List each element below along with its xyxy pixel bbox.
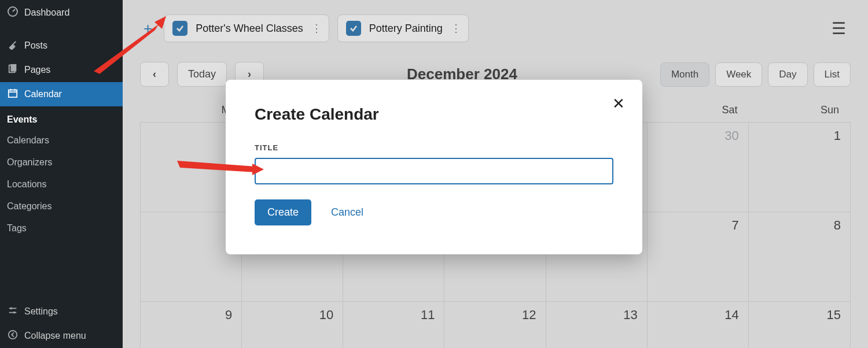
sidebar-label: Dashboard — [24, 8, 69, 18]
sidebar-item-collapse[interactable]: Collapse menu — [0, 324, 123, 348]
svg-point-11 — [9, 331, 17, 339]
field-label: TITLE — [255, 143, 613, 152]
close-icon[interactable]: ✕ — [612, 95, 625, 113]
svg-point-10 — [13, 312, 16, 314]
title-input[interactable] — [255, 158, 613, 184]
sidebar-sub-tags[interactable]: Tags — [0, 217, 123, 239]
calendar-icon — [7, 88, 19, 101]
sidebar-label: Calendar — [24, 89, 62, 99]
sidebar-item-posts[interactable]: Posts — [0, 34, 123, 58]
sidebar-label: Settings — [24, 306, 58, 317]
dashboard-icon — [7, 6, 19, 20]
sidebar-heading-events: Events — [0, 106, 123, 129]
svg-point-9 — [10, 308, 13, 310]
create-button[interactable]: Create — [255, 199, 311, 225]
admin-sidebar: Dashboard Posts Pages Calendar Events Ca… — [0, 0, 123, 348]
sidebar-item-pages[interactable]: Pages — [0, 58, 123, 82]
sidebar-sub-organizers[interactable]: Organizers — [0, 151, 123, 173]
sidebar-item-dashboard[interactable]: Dashboard — [0, 0, 123, 25]
pin-icon — [7, 39, 19, 52]
sidebar-label: Posts — [24, 40, 47, 51]
svg-rect-3 — [9, 90, 17, 98]
sidebar-sub-categories[interactable]: Categories — [0, 195, 123, 217]
modal-title: Create Calendar — [255, 105, 613, 124]
collapse-icon — [7, 330, 19, 342]
sidebar-sub-locations[interactable]: Locations — [0, 173, 123, 195]
sidebar-sub-calendars[interactable]: Calendars — [0, 129, 123, 151]
sidebar-label: Pages — [24, 65, 50, 75]
create-calendar-modal: ✕ Create Calendar TITLE Create Cancel — [226, 80, 642, 254]
pages-icon — [7, 64, 19, 76]
sidebar-label: Collapse menu — [24, 331, 86, 341]
svg-rect-2 — [10, 64, 16, 72]
cancel-button[interactable]: Cancel — [331, 206, 363, 219]
sliders-icon — [7, 305, 19, 318]
sidebar-item-calendar[interactable]: Calendar — [0, 82, 123, 106]
sidebar-item-settings[interactable]: Settings — [0, 299, 123, 324]
